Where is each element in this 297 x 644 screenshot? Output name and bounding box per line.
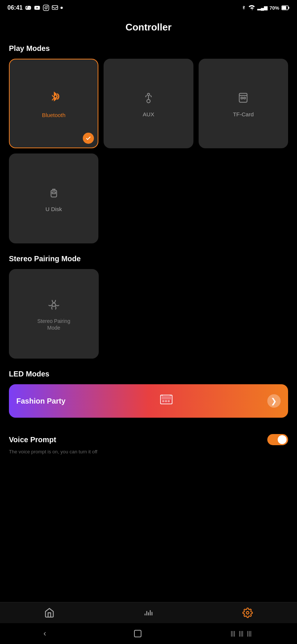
status-bar: 06:41 ▂▄▆ 70%	[0, 0, 297, 14]
led-banner-left: Fashion Party	[16, 397, 65, 405]
bluetooth-mode-card[interactable]: Bluetooth	[9, 59, 98, 148]
tf-card-mode-icon	[236, 91, 250, 107]
bluetooth-mode-label: Bluetooth	[42, 112, 65, 118]
android-nav-bar: ‹ ⫼⫼⫼	[0, 623, 297, 644]
play-modes-grid: Bluetooth AUX TF-Card	[0, 59, 297, 153]
voice-prompt-label: Voice Prompt	[9, 436, 56, 444]
svg-rect-9	[239, 93, 247, 102]
bottom-nav-bar	[0, 602, 297, 623]
u-disk-mode-card[interactable]: U Disk	[9, 153, 98, 243]
tf-card-mode-label: TF-Card	[233, 111, 254, 117]
signal-strength: ▂▄▆	[257, 5, 267, 10]
svg-rect-10	[241, 97, 243, 99]
stereo-pairing-card-label: Stereo PairingMode	[37, 318, 70, 331]
aux-mode-card[interactable]: AUX	[104, 59, 193, 148]
bluetooth-status-icon	[241, 4, 246, 11]
svg-point-23	[246, 612, 249, 614]
svg-rect-20	[168, 400, 170, 402]
game-controller-icon	[25, 4, 32, 11]
nav-equalizer-button[interactable]	[143, 608, 154, 618]
svg-rect-0	[43, 5, 49, 11]
stereo-pairing-card[interactable]: Stereo PairingMode	[9, 269, 99, 359]
svg-rect-13	[52, 192, 55, 194]
stereo-pairing-section: Stereo PairingMode	[0, 269, 297, 370]
svg-rect-21	[161, 395, 163, 396]
voice-prompt-toggle[interactable]	[267, 434, 288, 445]
aux-mode-label: AUX	[143, 111, 154, 117]
aux-mode-icon	[142, 91, 155, 107]
android-recent-button[interactable]: ⫼⫼⫼	[229, 629, 254, 638]
status-right: ▂▄▆ 70%	[241, 4, 290, 11]
svg-rect-5	[288, 7, 289, 9]
battery-icon	[281, 5, 290, 10]
youtube-icon	[34, 4, 40, 11]
u-disk-mode-icon	[47, 186, 61, 202]
svg-point-14	[52, 303, 55, 306]
notification-dot	[61, 7, 63, 9]
nav-home-button[interactable]	[44, 608, 55, 618]
page-title: Controller	[0, 14, 297, 44]
voice-prompt-row: Voice Prompt	[0, 429, 297, 449]
instagram-icon	[43, 4, 49, 11]
svg-rect-11	[244, 97, 246, 99]
status-time: 06:41	[7, 4, 23, 11]
svg-rect-22	[170, 395, 171, 396]
stereo-pairing-label: Stereo Pairing Mode	[0, 255, 297, 269]
stereo-pairing-icon	[47, 298, 61, 314]
led-fashion-party-banner[interactable]: Fashion Party ❯	[9, 384, 288, 418]
play-modes-label: Play Modes	[0, 44, 297, 59]
status-left: 06:41	[7, 4, 63, 11]
battery-text: 70%	[270, 5, 279, 11]
voice-subtitle: The voice prompt is on, you can turn it …	[0, 449, 297, 454]
android-home-button[interactable]	[133, 629, 142, 638]
svg-point-7	[147, 100, 150, 103]
led-arrow-button[interactable]: ❯	[267, 394, 281, 408]
play-mode-extra: U Disk	[0, 153, 297, 254]
messages-icon	[52, 4, 58, 11]
led-speaker-icon	[158, 391, 174, 411]
led-modes-label: LED Modes	[0, 370, 297, 384]
tf-card-mode-card[interactable]: TF-Card	[199, 59, 288, 148]
svg-rect-19	[165, 400, 167, 402]
wifi-icon	[248, 4, 255, 11]
svg-point-8	[147, 93, 150, 96]
svg-rect-3	[52, 6, 58, 10]
active-check-badge	[83, 133, 94, 144]
android-back-button[interactable]: ‹	[43, 629, 46, 638]
svg-rect-24	[134, 630, 141, 637]
svg-rect-6	[282, 6, 286, 9]
toggle-knob	[278, 435, 287, 444]
nav-settings-button[interactable]	[242, 608, 253, 618]
svg-point-2	[47, 6, 48, 7]
svg-point-1	[45, 7, 47, 9]
led-modes-section: Fashion Party ❯	[0, 384, 297, 429]
bluetooth-mode-icon	[46, 90, 61, 108]
u-disk-mode-label: U Disk	[46, 206, 62, 212]
svg-rect-18	[162, 400, 164, 402]
svg-rect-17	[161, 396, 171, 399]
led-mode-name: Fashion Party	[16, 397, 65, 405]
